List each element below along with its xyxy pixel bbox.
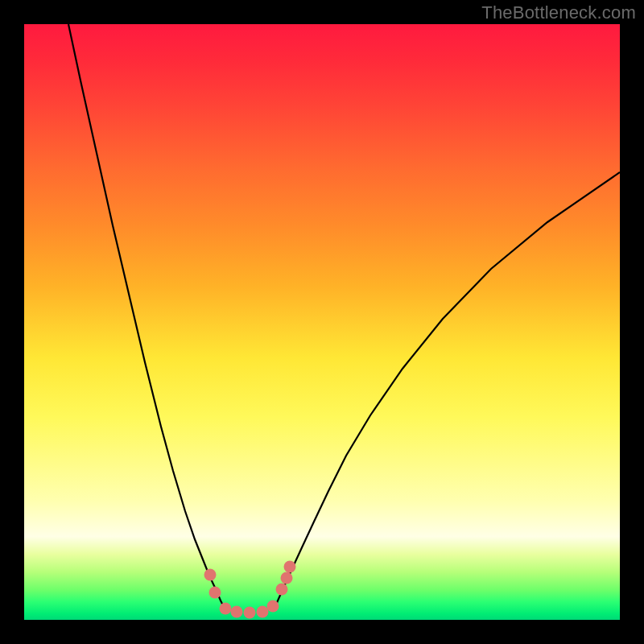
trough-marker (281, 572, 293, 584)
trough-marker (231, 606, 243, 618)
trough-marker-group (204, 561, 296, 619)
chart-frame: TheBottleneck.com (0, 0, 644, 644)
curve-left-branch (68, 24, 225, 610)
trough-marker (220, 603, 232, 615)
trough-marker (276, 584, 288, 596)
plot-area (24, 24, 620, 620)
trough-marker (209, 587, 221, 599)
curve-svg (24, 24, 620, 620)
watermark-text: TheBottleneck.com (481, 2, 636, 23)
trough-marker (204, 569, 217, 581)
trough-marker (244, 607, 256, 619)
trough-marker (257, 606, 269, 618)
trough-marker (284, 561, 296, 573)
curve-right-branch (274, 172, 620, 610)
trough-marker (267, 601, 279, 613)
